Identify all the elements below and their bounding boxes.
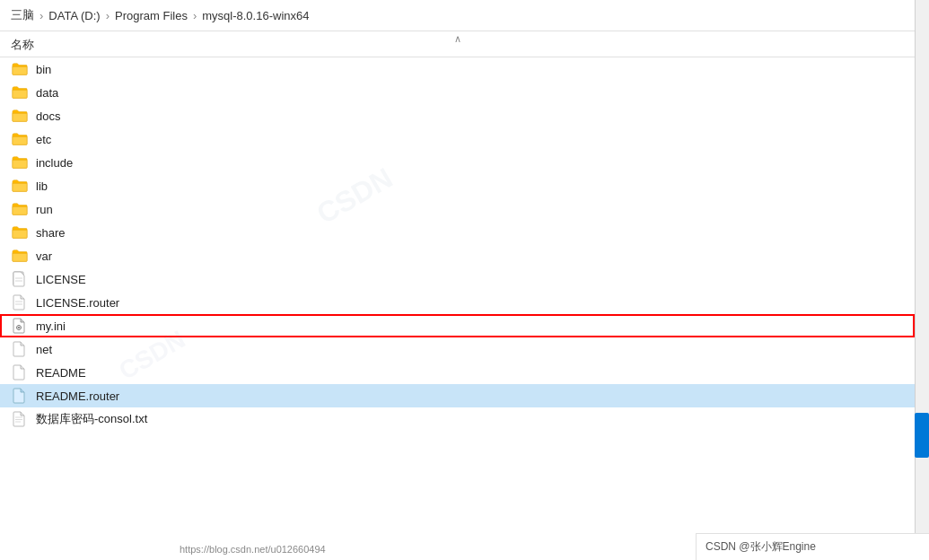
file-name: my.ini [36, 319, 66, 333]
file-name: data [36, 86, 58, 100]
file-list: bin data [0, 57, 915, 431]
column-name-label: 名称 [11, 37, 83, 53]
file-name: bin [36, 63, 51, 76]
sort-arrow: ∧ [454, 33, 461, 45]
breadcrumb-part-1[interactable]: DATA (D:) [48, 9, 100, 22]
list-item[interactable]: data [0, 81, 915, 104]
folder-icon [11, 200, 29, 218]
file-name: LICENSE [36, 273, 86, 286]
column-header: ∧ 名称 [0, 31, 915, 57]
file-name: share [36, 226, 66, 240]
scrollbar-track[interactable] [915, 0, 929, 560]
file-icon [11, 387, 29, 405]
csdn-bar: CSDN @张小辉Engine [696, 533, 929, 560]
file-name: include [36, 156, 73, 170]
main-container: 三脑 › DATA (D:) › Program Files › mysql-8… [0, 0, 929, 560]
file-name: etc [36, 133, 51, 146]
folder-icon [11, 177, 29, 195]
folder-icon [11, 153, 29, 171]
list-item[interactable]: var [0, 244, 915, 267]
scrollbar-thumb[interactable] [915, 413, 929, 458]
file-name: run [36, 203, 53, 216]
my-ini-item[interactable]: my.ini [0, 314, 915, 337]
list-item[interactable]: 数据库密码-consol.txt [0, 407, 915, 431]
breadcrumb-sep-1: › [106, 9, 110, 22]
ini-file-icon [11, 317, 29, 335]
list-item[interactable]: run [0, 197, 915, 221]
breadcrumb-part-0[interactable]: 三脑 [11, 7, 34, 23]
content-area: ∧ 名称 bin [0, 31, 915, 431]
file-name: README.router [36, 389, 119, 403]
list-item[interactable]: lib [0, 174, 915, 197]
list-item[interactable]: etc [0, 127, 915, 151]
folder-icon [11, 247, 29, 265]
txt-file-icon [11, 410, 29, 428]
breadcrumb-sep-0: › [39, 9, 43, 22]
url-text: https://blog.csdn.net/u012660494 [180, 544, 326, 555]
file-name: 数据库密码-consol.txt [36, 411, 147, 427]
breadcrumb-part-3[interactable]: mysql-8.0.16-winx64 [202, 9, 309, 22]
folder-icon [11, 107, 29, 125]
list-item[interactable]: LICENSE [0, 267, 915, 291]
file-icon [11, 340, 29, 358]
file-name: var [36, 249, 52, 263]
file-icon [11, 293, 29, 311]
list-item[interactable]: include [0, 151, 915, 174]
readme-router-item[interactable]: README.router [0, 384, 915, 407]
folder-icon [11, 60, 29, 78]
breadcrumb: 三脑 › DATA (D:) › Program Files › mysql-8… [0, 0, 929, 31]
file-name: LICENSE.router [36, 296, 119, 310]
list-item[interactable]: LICENSE.router [0, 291, 915, 314]
list-item[interactable]: net [0, 337, 915, 361]
file-icon [11, 363, 29, 381]
breadcrumb-part-2[interactable]: Program Files [115, 9, 188, 22]
list-item[interactable]: bin [0, 57, 915, 81]
file-name: README [36, 366, 86, 380]
file-name: docs [36, 109, 60, 123]
list-item[interactable]: docs [0, 104, 915, 127]
folder-icon [11, 83, 29, 101]
list-item[interactable]: share [0, 221, 915, 244]
file-name: net [36, 343, 52, 356]
file-name: lib [36, 179, 48, 193]
folder-icon [11, 130, 29, 148]
svg-point-6 [18, 327, 20, 328]
file-icon [11, 270, 29, 288]
breadcrumb-sep-2: › [193, 9, 197, 22]
folder-icon [11, 223, 29, 241]
csdn-label: CSDN @张小辉Engine [706, 539, 816, 555]
list-item[interactable]: README [0, 361, 915, 384]
